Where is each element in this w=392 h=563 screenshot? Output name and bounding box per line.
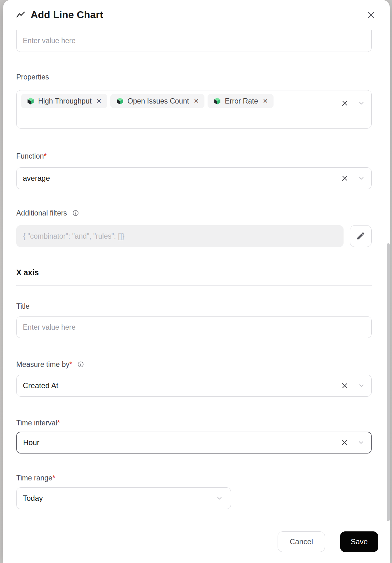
time-range-label-text: Time range — [16, 474, 52, 482]
edit-filters-button[interactable] — [350, 225, 372, 247]
required-asterisk: * — [57, 419, 60, 427]
chevron-down-icon[interactable] — [358, 175, 365, 182]
clear-icon[interactable] — [340, 439, 349, 447]
time-interval-label: Time interval* — [16, 418, 372, 427]
chip-high-throughput: High Throughput ✕ — [21, 94, 107, 108]
clear-icon[interactable] — [341, 382, 349, 390]
properties-multiselect[interactable]: High Throughput ✕ Open Issues Count ✕ — [16, 90, 372, 129]
chip-label: Open Issues Count — [128, 97, 189, 105]
info-icon — [72, 210, 79, 218]
function-label-text: Function — [16, 152, 44, 160]
pencil-icon — [356, 231, 365, 241]
chip-label: High Throughput — [38, 97, 92, 105]
info-icon — [77, 361, 84, 370]
chip-error-rate: Error Rate ✕ — [208, 94, 274, 108]
blueprint-cube-icon — [27, 97, 35, 105]
x-axis-title-input[interactable] — [16, 316, 372, 338]
measure-time-by-value: Created At — [23, 381, 58, 390]
function-select[interactable]: average — [16, 167, 372, 189]
additional-filters-row: { "combinator": "and", "rules": []} — [16, 225, 372, 247]
chip-remove-icon[interactable]: ✕ — [194, 98, 199, 104]
save-button[interactable]: Save — [340, 531, 378, 552]
title-label: Title — [16, 302, 372, 311]
time-interval-label-text: Time interval — [16, 419, 57, 427]
measure-time-by-label-text: Measure time by — [16, 360, 69, 368]
cancel-button[interactable]: Cancel — [278, 531, 325, 552]
chip-remove-icon[interactable]: ✕ — [96, 98, 102, 104]
required-asterisk: * — [44, 152, 47, 160]
line-chart-icon — [16, 10, 26, 20]
clear-icon[interactable] — [341, 174, 349, 182]
scrollbar-thumb[interactable] — [387, 243, 390, 521]
blueprint-cube-icon — [116, 97, 124, 105]
clear-icon[interactable] — [341, 99, 349, 107]
time-interval-select[interactable]: Hour — [16, 432, 372, 454]
dialog-body: Properties High Throughput ✕ Open Issues… — [3, 30, 390, 522]
measure-time-by-label: Measure time by* — [16, 360, 372, 370]
chip-remove-icon[interactable]: ✕ — [263, 98, 268, 104]
dialog-title: Add Line Chart — [31, 9, 103, 21]
chevron-down-icon[interactable] — [358, 99, 365, 107]
section-divider — [16, 285, 372, 286]
y-axis-title-input[interactable] — [16, 30, 372, 52]
additional-filters-label: Additional filters — [16, 209, 372, 218]
time-interval-value: Hour — [23, 438, 39, 447]
measure-time-by-select[interactable]: Created At — [16, 375, 372, 397]
function-value: average — [23, 174, 50, 183]
chip-open-issues-count: Open Issues Count ✕ — [110, 94, 205, 108]
time-range-select[interactable]: Today — [16, 487, 231, 509]
chevron-down-icon[interactable] — [216, 495, 223, 502]
dialog-header: Add Line Chart — [3, 0, 390, 30]
chevron-down-icon[interactable] — [358, 382, 365, 389]
dialog-footer: Cancel Save — [3, 522, 390, 563]
add-line-chart-dialog: Add Line Chart Properties High Throughpu… — [3, 0, 390, 563]
chip-label: Error Rate — [225, 97, 258, 105]
chevron-down-icon[interactable] — [357, 439, 365, 446]
additional-filters-value: { "combinator": "and", "rules": []} — [16, 225, 344, 247]
time-range-value: Today — [23, 494, 43, 503]
blueprint-cube-icon — [213, 97, 221, 105]
close-icon[interactable] — [365, 9, 377, 21]
required-asterisk: * — [52, 474, 55, 482]
properties-label: Properties — [16, 73, 372, 81]
required-asterisk: * — [69, 360, 72, 368]
function-label: Function* — [16, 152, 372, 160]
time-range-label: Time range* — [16, 474, 372, 482]
additional-filters-label-text: Additional filters — [16, 209, 67, 217]
x-axis-section-heading: X axis — [16, 268, 372, 277]
